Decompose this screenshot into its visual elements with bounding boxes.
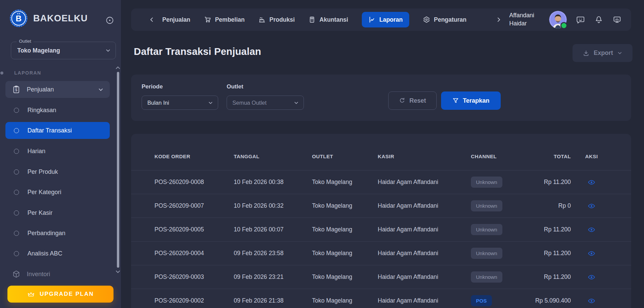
chevron-down-icon <box>98 87 104 93</box>
channel-badge: Unknown <box>471 177 502 188</box>
sidebar-item-daftar-transaksi[interactable]: Daftar Transaksi <box>5 122 110 139</box>
table-row: POS-260209-0008 10 Feb 2026 00:38 Toko M… <box>131 170 631 194</box>
online-status-dot <box>560 22 567 29</box>
view-detail-eye-icon[interactable] <box>587 178 596 186</box>
user-menu[interactable]: Affandani Haidar <box>509 12 534 27</box>
apply-filter-label: Terapkan <box>463 97 490 104</box>
avatar[interactable] <box>549 11 567 28</box>
upgrade-plan-button[interactable]: UPGRADE PLAN <box>7 286 113 303</box>
outlet-filter-label: Outlet <box>227 83 243 90</box>
sidebar-item-ringkasan[interactable]: Ringkasan <box>5 102 110 119</box>
crown-icon <box>27 290 35 298</box>
table-row: POS-260209-0003 09 Feb 2026 23:21 Toko M… <box>131 265 631 289</box>
cell-kasir: Haidar Agam Affandani <box>378 250 471 257</box>
col-outlet: OUTLET <box>312 153 378 159</box>
clipboard-dollar-icon: $ <box>12 85 21 94</box>
circle-bullet-icon <box>14 149 19 154</box>
nav-item-penjualan[interactable]: Penjualan <box>162 16 190 23</box>
channel-badge: Unknown <box>471 200 502 211</box>
funnel-icon <box>452 97 459 104</box>
cell-kasir: Haidar Agam Affandani <box>378 202 471 209</box>
sidebar-item-label: Harian <box>27 148 45 155</box>
filter-card: Periode Bulan Ini Outlet Semua Outlet Re… <box>131 75 631 121</box>
chevron-right-icon[interactable] <box>496 17 502 23</box>
cell-tanggal: 10 Feb 2026 00:07 <box>234 226 312 233</box>
sidebar-item-label: Per Kasir <box>27 209 53 217</box>
col-aksi: AKSI <box>571 153 612 159</box>
nav-item-akuntansi[interactable]: Akuntansi <box>308 16 348 23</box>
transactions-table: KODE ORDER TANGGAL OUTLET KASIR CHANNEL … <box>131 134 631 308</box>
cell-tanggal: 10 Feb 2026 00:32 <box>234 202 312 209</box>
reset-button[interactable]: Reset <box>388 91 437 110</box>
download-icon <box>583 50 589 57</box>
sidebar-item-label: Ringkasan <box>27 107 56 114</box>
circle-bullet-icon <box>14 231 19 236</box>
cell-kasir: Haidar Agam Affandani <box>378 273 471 281</box>
cell-kode: POS-260209-0004 <box>154 250 234 257</box>
monitor-chart-icon[interactable] <box>612 15 622 24</box>
cell-total: Rp 11.200 <box>534 179 571 186</box>
main-area: Penjualan Pembelian Produksi <box>121 0 644 308</box>
export-label: Export <box>594 49 613 57</box>
cell-kode: POS-260209-0003 <box>154 273 234 281</box>
periode-select[interactable]: Bulan Ini <box>142 96 218 110</box>
sidebar-scrollbar-thumb[interactable] <box>117 72 119 268</box>
cell-outlet: Toko Magelang <box>312 273 378 281</box>
chevron-down-icon <box>105 48 111 53</box>
factory-icon <box>258 16 266 23</box>
outlet-selector[interactable]: Outlet Toko Magelang <box>11 42 116 59</box>
sidebar-collapse-icon[interactable] <box>105 16 114 25</box>
sidebar-item-harian[interactable]: Harian <box>5 143 110 160</box>
cell-kasir: Haidar Agam Affandani <box>378 226 471 233</box>
sidebar-item-inventori[interactable]: Inventori <box>5 266 110 283</box>
col-channel: CHANNEL <box>471 153 534 159</box>
sidebar-item-per-kategori[interactable]: Per Kategori <box>5 184 110 201</box>
nav-item-label: Pembelian <box>215 16 245 23</box>
col-tanggal: TANGGAL <box>234 153 312 159</box>
brand-logo-row: B BAKOELKU <box>9 9 88 27</box>
view-detail-eye-icon[interactable] <box>587 202 596 210</box>
apply-filter-button[interactable]: Terapkan <box>441 91 501 110</box>
circle-bullet-icon <box>14 210 19 215</box>
circle-bullet-icon <box>14 169 19 174</box>
nav-item-produksi[interactable]: Produksi <box>258 16 295 23</box>
outlet-filter-value: Semua Outlet <box>232 100 267 106</box>
circle-bullet-icon <box>14 251 19 256</box>
outlet-selector-value: Toko Magelang <box>17 47 60 54</box>
cell-kode: POS-260209-0002 <box>154 297 234 304</box>
user-first-name: Affandani <box>509 12 534 20</box>
sidebar-item-per-kasir[interactable]: Per Kasir <box>5 204 110 221</box>
cell-kode: POS-260209-0005 <box>154 226 234 233</box>
circle-bullet-icon <box>14 108 19 113</box>
chat-icon[interactable] <box>576 15 585 24</box>
col-total: TOTAL <box>534 153 571 159</box>
view-detail-eye-icon[interactable] <box>587 297 596 305</box>
chevron-down-icon <box>294 100 299 105</box>
nav-item-label: Laporan <box>379 16 403 23</box>
sidebar-scroll-down-icon[interactable] <box>115 270 121 274</box>
view-detail-eye-icon[interactable] <box>587 226 596 234</box>
bell-icon[interactable] <box>594 15 603 24</box>
sidebar-item-penjualan[interactable]: $ Penjualan <box>5 81 110 98</box>
cell-total: Rp 0 <box>534 202 571 209</box>
outlet-select[interactable]: Semua Outlet <box>227 96 304 110</box>
nav-item-label: Penjualan <box>162 16 190 23</box>
nav-item-pengaturan[interactable]: Pengaturan <box>423 16 466 23</box>
sidebar-item-analisis-abc[interactable]: Analisis ABC <box>5 245 110 262</box>
top-navigation-bar: Penjualan Pembelian Produksi <box>131 8 631 31</box>
sidebar-item-label: Analisis ABC <box>27 250 62 257</box>
sidebar-scroll-up-icon[interactable] <box>115 66 121 70</box>
cell-outlet: Toko Magelang <box>312 179 378 186</box>
user-last-name: Haidar <box>509 20 534 28</box>
sidebar-item-per-produk[interactable]: Per Produk <box>5 163 110 180</box>
view-detail-eye-icon[interactable] <box>587 273 596 281</box>
nav-item-laporan[interactable]: Laporan <box>362 12 409 27</box>
export-button[interactable]: Export <box>573 44 632 62</box>
chevron-left-icon[interactable] <box>149 17 155 23</box>
view-detail-eye-icon[interactable] <box>587 249 596 258</box>
nav-item-pembelian[interactable]: Pembelian <box>204 16 245 23</box>
periode-label: Periode <box>142 83 163 90</box>
sidebar-item-perbandingan[interactable]: Perbandingan <box>5 225 110 242</box>
periode-value: Bulan Ini <box>147 100 169 106</box>
refresh-icon <box>399 97 406 104</box>
